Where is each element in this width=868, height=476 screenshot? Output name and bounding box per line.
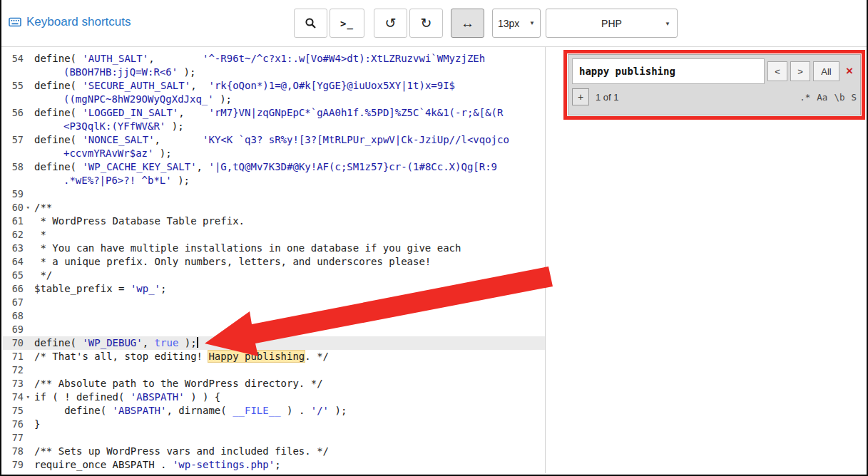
- redo-icon: ↻: [421, 15, 432, 31]
- code-token: 'LOGGED_IN_SALT': [82, 107, 178, 118]
- chevron-down-icon: ▼: [529, 20, 535, 26]
- code-token: */: [34, 269, 52, 281]
- language-select[interactable]: PHP ▼: [546, 9, 678, 38]
- code-line-65[interactable]: 65 */: [3, 269, 545, 282]
- code-line-63[interactable]: 63 * You can have multiple installations…: [3, 242, 545, 255]
- line-number: 65: [3, 269, 30, 282]
- close-search-button[interactable]: ×: [842, 63, 857, 80]
- toggle-replace-button[interactable]: +: [572, 88, 589, 105]
- search-panel: < > All × + 1 of 1 .* Aa \b S: [568, 54, 861, 115]
- fold-arrow-icon[interactable]: ▾: [26, 202, 30, 214]
- code-line-wrap[interactable]: <P3QqlK:(YFfWV&R' );: [3, 120, 545, 133]
- code-line-59[interactable]: 59: [3, 187, 545, 201]
- undo-button[interactable]: ↺: [374, 9, 407, 38]
- line-number: 61: [3, 214, 30, 228]
- code-token: define(: [34, 80, 82, 91]
- code-line-71[interactable]: 71/* That's all, stop editing! Happy pub…: [3, 350, 545, 363]
- code-line-wrap[interactable]: +ccvmYRAvWr$az' );: [3, 147, 545, 160]
- code-line-wrap[interactable]: .*wE%?|P6>?! ^b*L' );: [3, 174, 545, 187]
- code-line-67[interactable]: 67: [3, 296, 545, 309]
- word-wrap-toggle-button[interactable]: ↔: [451, 9, 484, 38]
- code-text: * You can have multiple installations in…: [30, 242, 461, 255]
- code-text: define( 'SECURE_AUTH_SALT', 'rk{oQon*)1=…: [30, 79, 455, 93]
- keyboard-shortcuts-link[interactable]: Keyboard shortcuts: [9, 15, 131, 29]
- code-text: [30, 323, 34, 336]
- find-previous-button[interactable]: <: [767, 61, 787, 81]
- code-line-69[interactable]: 69: [3, 323, 545, 336]
- regex-toggle[interactable]: .*: [800, 92, 810, 103]
- code-line-56[interactable]: 56define( 'LOGGED_IN_SALT', 'rM7}VN|zqGN…: [3, 106, 545, 120]
- terminal-button[interactable]: >_: [330, 9, 364, 38]
- code-line-76[interactable]: 76}: [3, 418, 545, 431]
- editor-topbar: Keyboard shortcuts >_ ↺ ↻ ↔ 13px ▼ PHP ▼: [1, 0, 867, 47]
- code-token: ) .: [281, 405, 311, 416]
- code-line-79[interactable]: 79require_once ABSPATH . 'wp-settings.ph…: [3, 458, 545, 472]
- code-text: [30, 296, 34, 309]
- line-number: 76: [3, 418, 30, 431]
- code-line-75[interactable]: 75 define( 'ABSPATH', dirname( __FILE__ …: [3, 404, 545, 418]
- search-button[interactable]: [294, 9, 327, 38]
- code-line-64[interactable]: 64 * a unique prefix. Only numbers, lett…: [3, 255, 545, 269]
- code-text: define( 'WP_CACHE_KEY_SALT', '|G,tQ@Mv7K…: [30, 160, 497, 174]
- code-line-62[interactable]: 62 *: [3, 228, 545, 242]
- line-number: 78: [3, 445, 30, 458]
- match-counter: 1 of 1: [596, 92, 619, 103]
- code-line-68[interactable]: 68: [3, 309, 545, 323]
- code-line-wrap[interactable]: (BBOH7HB:jjQ=W:R<6' );: [3, 66, 545, 79]
- code-token: );: [178, 66, 195, 78]
- code-line-54[interactable]: 54define( 'AUTH_SALT', '^-R96t~/^c?x1:.w…: [3, 52, 545, 66]
- code-text: }: [30, 418, 40, 431]
- code-token: * WordPress Database Table prefix.: [34, 215, 245, 227]
- code-line-70[interactable]: 70define( 'WP_DEBUG', true );: [3, 336, 545, 350]
- redo-button[interactable]: ↻: [409, 9, 443, 38]
- line-number: 59: [3, 187, 30, 201]
- case-sensitive-toggle[interactable]: Aa: [817, 92, 827, 103]
- find-next-button[interactable]: >: [790, 61, 810, 81]
- line-number: 72: [3, 363, 30, 377]
- line-number: 64: [3, 255, 30, 269]
- code-token: (BBOH7HB:jjQ=W:R<6': [63, 66, 178, 78]
- code-line-55[interactable]: 55define( 'SECURE_AUTH_SALT', 'rk{oQon*)…: [3, 79, 545, 93]
- code-line-57[interactable]: 57define( 'NONCE_SALT', 'KY<K `q3? sR%y!…: [3, 133, 545, 147]
- code-line-77[interactable]: 77: [3, 431, 545, 445]
- code-line-72[interactable]: 72: [3, 363, 545, 377]
- code-token: define(: [34, 134, 82, 145]
- search-in-selection-toggle[interactable]: S: [851, 92, 857, 103]
- code-text: define( 'WP_DEBUG', true );: [30, 336, 198, 350]
- editor-window: Keyboard shortcuts >_ ↺ ↻ ↔ 13px ▼ PHP ▼: [0, 0, 868, 476]
- code-text: [30, 187, 34, 201]
- code-token: 'rk{oQon*)1=@,O#k[YgGE}@iuUox5XY|1t)x=9I…: [208, 80, 455, 91]
- line-number: [3, 147, 30, 160]
- code-line-66[interactable]: 66$table_prefix = 'wp_';: [3, 282, 545, 296]
- code-token: 'ABSPATH': [131, 391, 185, 403]
- fold-arrow-icon[interactable]: ▾: [26, 391, 30, 403]
- code-text: /* That's all, stop editing! Happy publi…: [30, 350, 329, 363]
- font-size-select[interactable]: 13px ▼: [492, 9, 541, 38]
- whole-word-toggle[interactable]: \b: [834, 92, 844, 103]
- line-number: 63: [3, 242, 30, 255]
- find-all-button[interactable]: All: [813, 61, 839, 81]
- code-editor[interactable]: 54define( 'AUTH_SALT', '^-R96t~/^c?x1:.w…: [3, 47, 546, 473]
- code-token: 'SECURE_AUTH_SALT': [82, 80, 190, 91]
- code-token: ,: [190, 80, 208, 91]
- code-line-73[interactable]: 73/** Absolute path to the WordPress dir…: [3, 377, 545, 390]
- code-line-58[interactable]: 58define( 'WP_CACHE_KEY_SALT', '|G,tQ@Mv…: [3, 160, 545, 174]
- code-line-61[interactable]: 61 * WordPress Database Table prefix.: [3, 214, 545, 228]
- code-text: * WordPress Database Table prefix.: [30, 214, 245, 228]
- code-token: ) ) {: [185, 391, 221, 403]
- code-text: */: [30, 269, 52, 282]
- code-text: .*wE%?|P6>?! ^b*L' );: [30, 174, 190, 187]
- code-line-78[interactable]: 78/** Sets up WordPress vars and include…: [3, 445, 545, 458]
- search-input[interactable]: [572, 58, 765, 84]
- search-row: < > All ×: [572, 58, 857, 85]
- code-line-wrap[interactable]: ((mgNPC~8hW29OWyQgXdJxq_' );: [3, 93, 545, 106]
- terminal-icon: >_: [340, 18, 354, 29]
- code-line-60[interactable]: 60▾/**: [3, 201, 545, 214]
- code-text: /** Absolute path to the WordPress direc…: [30, 377, 323, 390]
- line-number: 75: [3, 404, 30, 418]
- code-line-74[interactable]: 74▾if ( ! defined( 'ABSPATH' ) ) {: [3, 390, 545, 404]
- code-token: );: [165, 120, 183, 132]
- code-token: 'ABSPATH': [113, 405, 167, 416]
- code-token: );: [214, 93, 232, 105]
- code-token: 'wp-settings.php': [173, 459, 275, 470]
